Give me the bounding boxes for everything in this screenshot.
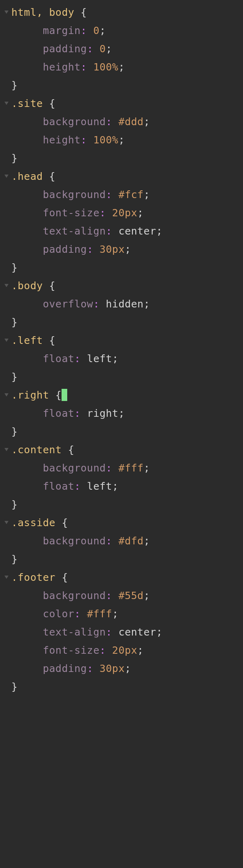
code-content: .site {	[11, 94, 55, 113]
space	[81, 480, 87, 492]
code-line[interactable]: padding: 0;	[0, 40, 243, 58]
colon: :	[87, 663, 94, 674]
code-content: text-align: center;	[11, 623, 162, 641]
code-line[interactable]: .content {	[0, 441, 243, 459]
space	[81, 407, 87, 419]
css-property: height	[43, 134, 81, 146]
code-editor[interactable]: html, body { margin: 0; padding: 0; heig…	[0, 0, 243, 699]
open-brace: {	[55, 517, 68, 529]
code-line[interactable]: background: #fff;	[0, 459, 243, 477]
code-line[interactable]: }	[0, 550, 243, 568]
fold-arrow-icon[interactable]	[2, 339, 11, 343]
code-line[interactable]: .right {	[0, 386, 243, 404]
open-brace: {	[62, 444, 74, 456]
code-line[interactable]: height: 100%;	[0, 58, 243, 76]
space	[106, 644, 112, 656]
code-line[interactable]: }	[0, 495, 243, 514]
code-line[interactable]: background: #ddd;	[0, 113, 243, 131]
code-content: height: 100%;	[11, 131, 125, 149]
code-content: text-align: center;	[11, 222, 162, 240]
space	[112, 626, 119, 638]
fold-arrow-icon[interactable]	[2, 284, 11, 288]
code-line[interactable]: padding: 30px;	[0, 240, 243, 258]
code-line[interactable]: background: #dfd;	[0, 532, 243, 550]
fold-arrow-icon[interactable]	[2, 102, 11, 106]
code-line[interactable]: .site {	[0, 94, 243, 113]
colon: :	[106, 189, 112, 200]
css-value: hidden	[106, 298, 143, 310]
fold-arrow-icon[interactable]	[2, 521, 11, 525]
open-brace: {	[49, 389, 62, 401]
open-brace: {	[43, 171, 55, 182]
semicolon: ;	[118, 134, 125, 146]
code-line[interactable]: .head {	[0, 167, 243, 186]
code-content: .right {	[11, 386, 67, 404]
space	[81, 353, 87, 365]
css-value: 100%	[93, 134, 118, 146]
space	[106, 207, 112, 219]
code-line[interactable]: background: #55d;	[0, 586, 243, 605]
close-brace: }	[11, 316, 18, 328]
code-line[interactable]: }	[0, 76, 243, 94]
code-content: background: #dfd;	[11, 532, 150, 550]
semicolon: ;	[125, 663, 131, 674]
fold-arrow-icon[interactable]	[2, 448, 11, 452]
css-selector: .head	[11, 171, 43, 182]
semicolon: ;	[112, 353, 119, 365]
code-line[interactable]: float: left;	[0, 477, 243, 495]
code-content: .content {	[11, 441, 75, 459]
code-line[interactable]: float: left;	[0, 350, 243, 368]
css-property: font-size	[43, 644, 100, 656]
css-property: text-align	[43, 225, 106, 237]
semicolon: ;	[125, 243, 131, 255]
space	[112, 590, 119, 601]
code-line[interactable]: padding: 30px;	[0, 659, 243, 678]
semicolon: ;	[137, 644, 144, 656]
colon: :	[87, 43, 94, 55]
code-line[interactable]: text-align: center;	[0, 222, 243, 240]
semicolon: ;	[144, 535, 150, 547]
code-content: float: left;	[11, 350, 118, 368]
css-value: center	[118, 626, 156, 638]
code-line[interactable]: overflow: hidden;	[0, 295, 243, 313]
code-line[interactable]: font-size: 20px;	[0, 641, 243, 659]
code-content: }	[11, 368, 18, 386]
code-line[interactable]: margin: 0;	[0, 21, 243, 40]
code-line[interactable]: .body {	[0, 277, 243, 295]
code-content: .asside {	[11, 514, 68, 532]
code-line[interactable]: background: #fcf;	[0, 186, 243, 204]
space	[93, 243, 100, 255]
css-property: float	[43, 480, 75, 492]
fold-arrow-icon[interactable]	[2, 393, 11, 397]
css-selector: .body	[11, 280, 43, 292]
code-content: .footer {	[11, 568, 68, 586]
code-line[interactable]: .left {	[0, 331, 243, 350]
code-line[interactable]: .asside {	[0, 514, 243, 532]
semicolon: ;	[137, 207, 144, 219]
code-line[interactable]: float: right;	[0, 404, 243, 422]
close-brace: }	[11, 681, 18, 693]
colon: :	[81, 25, 87, 36]
code-line[interactable]: text-align: center;	[0, 623, 243, 641]
code-line[interactable]: }	[0, 422, 243, 441]
code-line[interactable]: }	[0, 678, 243, 696]
code-line[interactable]: .footer {	[0, 568, 243, 586]
code-line[interactable]: }	[0, 149, 243, 167]
space	[93, 43, 100, 55]
code-line[interactable]: height: 100%;	[0, 131, 243, 149]
css-value: 20px	[112, 644, 137, 656]
semicolon: ;	[144, 116, 150, 128]
fold-arrow-icon[interactable]	[2, 175, 11, 179]
fold-arrow-icon[interactable]	[2, 576, 11, 580]
code-line[interactable]: }	[0, 258, 243, 277]
code-line[interactable]: html, body {	[0, 3, 243, 21]
code-line[interactable]: color: #fff;	[0, 605, 243, 623]
css-property: padding	[43, 663, 87, 674]
fold-arrow-icon[interactable]	[2, 11, 11, 15]
code-line[interactable]: font-size: 20px;	[0, 204, 243, 222]
code-line[interactable]: }	[0, 368, 243, 386]
code-line[interactable]: }	[0, 313, 243, 331]
code-content: height: 100%;	[11, 58, 125, 76]
open-brace: {	[75, 6, 87, 18]
css-property: margin	[43, 25, 81, 36]
